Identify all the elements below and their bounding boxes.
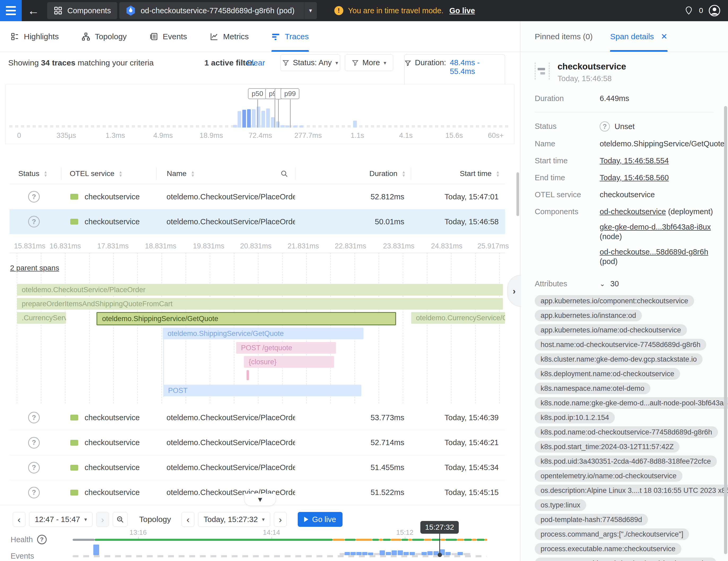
histogram-bar <box>242 110 246 128</box>
table-row[interactable]: ?checkoutserviceoteldemo.CheckoutService… <box>10 184 505 209</box>
hamburger-menu-button[interactable] <box>0 0 22 21</box>
start-time-link[interactable]: Today, 15:46:58.554 <box>600 156 669 165</box>
event-bar[interactable] <box>445 552 451 555</box>
event-bar[interactable] <box>458 552 463 555</box>
span-bar[interactable]: .CurrencyServ… <box>17 312 66 324</box>
span-bar[interactable]: {closure} <box>244 356 334 368</box>
span-bar[interactable]: oteldemo.CheckoutService/PlaceOrder <box>17 284 503 296</box>
time-next-button[interactable]: › <box>274 512 287 527</box>
sort-icon[interactable]: ▲▼ <box>496 170 500 177</box>
avatar[interactable] <box>708 5 721 17</box>
column-header-duration[interactable]: Duration▲▼ <box>295 167 411 180</box>
close-icon[interactable]: ✕ <box>661 32 668 41</box>
span-bar[interactable]: oteldemo.ShippingService/GetQuote <box>97 312 396 325</box>
percentile-handle[interactable]: p50 <box>248 88 267 99</box>
event-bar[interactable] <box>380 550 385 555</box>
column-header-status[interactable]: Status▲▼ <box>10 167 61 180</box>
span-bar[interactable]: oteldemo.ShippingService/GetQuote <box>163 328 363 339</box>
event-bar[interactable] <box>93 545 99 555</box>
event-bar[interactable] <box>356 552 362 555</box>
event-bar[interactable] <box>410 552 415 555</box>
main-scrollbar-thumb[interactable] <box>516 172 519 216</box>
help-icon[interactable]: ? <box>37 535 47 544</box>
event-bar[interactable] <box>345 552 350 555</box>
attribute-chip: opentelemetry.io/name:od-checkoutservice <box>535 470 682 482</box>
panel-scrollbar-thumb[interactable] <box>724 106 727 554</box>
time-marker-dot[interactable] <box>438 553 442 557</box>
sort-icon[interactable]: ▲▼ <box>191 170 195 177</box>
component-link[interactable]: od-checkoutse...58d689d-g8r6h <box>600 248 708 256</box>
waterfall-gridline <box>475 253 476 404</box>
span-name-cell: oteldemo.CheckoutService/PlaceOrder <box>156 192 295 201</box>
clear-filters-link[interactable]: Clear <box>246 54 265 71</box>
span-bar[interactable] <box>247 370 249 380</box>
tab-span-details[interactable]: Span details ✕ <box>610 21 667 52</box>
component-link[interactable]: od-checkoutservice <box>600 207 666 216</box>
span-icon <box>535 63 550 80</box>
timestamp-dropdown[interactable]: Today, 15:27:32 ▾ <box>198 512 270 527</box>
span-bar[interactable]: oteldemo.CurrencyService/Co <box>411 312 505 324</box>
metrics-icon <box>210 32 218 41</box>
range-prev-button[interactable]: ‹ <box>13 512 25 527</box>
percentile-handle[interactable]: p99 <box>280 88 299 99</box>
event-bar[interactable] <box>392 550 397 555</box>
sort-icon[interactable]: ▲▼ <box>43 170 47 177</box>
range-next-button[interactable]: › <box>96 512 109 527</box>
pin-icon[interactable] <box>684 6 694 15</box>
time-prev-button[interactable]: ‹ <box>182 512 194 527</box>
entity-dropdown-caret[interactable]: ▾ <box>304 2 317 19</box>
column-header-name[interactable]: Name▲▼ <box>156 167 295 180</box>
table-row[interactable]: ?checkoutserviceoteldemo.CheckoutService… <box>10 405 505 430</box>
span-bar[interactable]: POST /getquote <box>236 342 336 354</box>
column-header-start-time[interactable]: Start time▲▼ <box>411 167 505 180</box>
time-range-dropdown[interactable]: 12:47 - 15:47 ▾ <box>29 512 93 527</box>
tab-highlights[interactable]: Highlights <box>11 21 59 52</box>
event-bar[interactable] <box>362 552 367 555</box>
tab-highlights-label: Highlights <box>24 32 59 41</box>
span-bar[interactable]: POST <box>163 385 361 396</box>
zoom-out-button[interactable] <box>113 512 128 527</box>
event-bar[interactable] <box>422 552 427 555</box>
duration-filter-value: 48.4ms - 55.4ms <box>450 58 505 76</box>
table-row[interactable]: ?checkoutserviceoteldemo.CheckoutService… <box>10 209 505 234</box>
component-link[interactable]: gke-gke-demo-d...3bf643a8-i8ux <box>600 223 711 231</box>
event-bar[interactable] <box>386 552 391 555</box>
components-breadcrumb-chip[interactable]: Components <box>47 2 117 19</box>
time-marker-tooltip[interactable]: 15:27:32 <box>420 521 459 534</box>
tab-metrics[interactable]: Metrics <box>210 21 249 52</box>
event-bar[interactable] <box>404 552 409 555</box>
event-bar[interactable] <box>368 553 373 555</box>
tab-topology[interactable]: Topology <box>82 21 127 52</box>
parent-spans-link[interactable]: 2 parent spans <box>10 264 59 272</box>
go-live-link[interactable]: Go live <box>449 6 475 15</box>
entity-selector-chip[interactable]: od-checkoutservice-77458d689d-g8r6h (pod… <box>119 2 317 19</box>
go-live-button[interactable]: Go live <box>298 512 342 527</box>
column-header-otel-service[interactable]: OTEL service▲▼ <box>61 167 156 180</box>
tab-pinned-items[interactable]: Pinned items (0) <box>535 21 593 52</box>
event-bar[interactable] <box>427 551 433 555</box>
table-row[interactable]: ?checkoutserviceoteldemo.CheckoutService… <box>10 455 505 480</box>
event-bar[interactable] <box>398 550 403 555</box>
more-filters-button[interactable]: More ▾ <box>345 54 393 71</box>
collapse-waterfall-tab[interactable]: ▼ <box>244 494 276 506</box>
health-segment <box>408 539 412 541</box>
back-button[interactable]: ← <box>28 0 39 21</box>
event-bar[interactable] <box>463 553 470 555</box>
attribute-chip: k8s.cluster.name:gke-demo-dev.gcp.stacks… <box>535 353 703 365</box>
sort-icon[interactable]: ▲▼ <box>119 170 123 177</box>
sort-icon[interactable]: ▲▼ <box>402 170 406 177</box>
histogram-axis-label: 72.4ms <box>249 132 272 140</box>
event-bar[interactable] <box>350 552 356 555</box>
duration-filter-chip[interactable]: Duration: 48.4ms - 55.4ms <box>404 54 505 84</box>
time-marker-line[interactable] <box>439 534 440 554</box>
tab-traces[interactable]: Traces <box>271 21 309 52</box>
chevron-down-icon[interactable]: ⌄ <box>600 280 605 288</box>
span-bar[interactable]: prepareOrderItemsAndShippingQuoteFromCar… <box>17 298 503 310</box>
search-icon[interactable] <box>280 170 288 178</box>
duration-histogram[interactable]: p50p90p990335µs1.3ms4.9ms18.9ms72.4ms277… <box>5 84 514 144</box>
histogram-bar <box>261 111 265 128</box>
tab-events[interactable]: Events <box>150 21 187 52</box>
table-row[interactable]: ?checkoutserviceoteldemo.CheckoutService… <box>10 430 505 455</box>
end-time-link[interactable]: Today, 15:46:58.560 <box>600 173 669 182</box>
status-filter-button[interactable]: Status: Any ▾ <box>280 54 340 71</box>
